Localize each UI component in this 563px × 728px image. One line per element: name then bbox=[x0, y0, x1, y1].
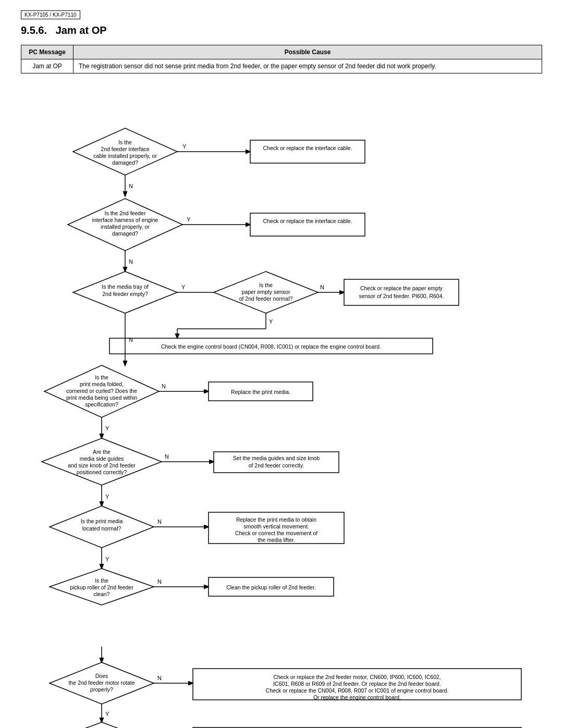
svg-text:Check or replace the 2nd feede: Check or replace the 2nd feeder motor, C… bbox=[273, 674, 441, 680]
svg-text:of 2nd feeder correctly.: of 2nd feeder correctly. bbox=[249, 462, 304, 468]
svg-text:Is the: Is the bbox=[118, 139, 132, 145]
col-pc-message: PC Message bbox=[21, 45, 74, 59]
svg-text:sensor of 2nd feeder. PI600, R: sensor of 2nd feeder. PI600, R604. bbox=[359, 293, 444, 299]
table-row: Jam at OP The registration sensor did no… bbox=[21, 59, 542, 73]
svg-text:pickup roller of 2nd feeder: pickup roller of 2nd feeder bbox=[70, 584, 133, 590]
svg-text:Clean the pickup roller of 2nd: Clean the pickup roller of 2nd feeder. bbox=[226, 584, 316, 590]
svg-text:Is the 2nd feeder: Is the 2nd feeder bbox=[105, 210, 146, 216]
model-badge: KX-P7105 / KX-P7110 bbox=[21, 10, 80, 19]
svg-text:specification?: specification? bbox=[85, 401, 118, 408]
svg-text:N: N bbox=[129, 183, 133, 189]
svg-text:located normal?: located normal? bbox=[82, 525, 121, 532]
svg-text:print media being used within: print media being used within bbox=[66, 394, 137, 401]
svg-text:damaged?: damaged? bbox=[112, 230, 138, 237]
svg-text:print meda folded,: print meda folded, bbox=[80, 381, 124, 387]
svg-text:N: N bbox=[157, 578, 162, 585]
svg-text:clean?: clean? bbox=[94, 591, 110, 597]
svg-text:properly?: properly? bbox=[90, 686, 113, 693]
svg-text:cornered or curled? Does the: cornered or curled? Does the bbox=[66, 388, 137, 394]
svg-text:Is the print media: Is the print media bbox=[81, 518, 123, 524]
svg-text:paper empty sensor: paper empty sensor bbox=[242, 289, 290, 295]
cell-pc-message: Jam at OP bbox=[21, 59, 74, 73]
svg-text:N: N bbox=[157, 519, 162, 525]
svg-text:of 2nd feeder normal?: of 2nd feeder normal? bbox=[239, 295, 293, 302]
svg-text:media side guides: media side guides bbox=[80, 455, 124, 462]
svg-text:Check or replace the paper emp: Check or replace the paper empty bbox=[360, 285, 443, 291]
svg-text:the media lifter.: the media lifter. bbox=[258, 537, 295, 543]
svg-text:smooth vertical movement.: smooth vertical movement. bbox=[243, 523, 309, 529]
cell-possible-cause: The registration sensor did not sense pr… bbox=[74, 59, 542, 73]
svg-text:Check or replace the CN004, R0: Check or replace the CN004, R008, R007 o… bbox=[266, 687, 449, 694]
flowchart-svg: Is the 2nd feeder interface cable instal… bbox=[21, 84, 542, 647]
svg-text:Are the: Are the bbox=[93, 449, 111, 455]
svg-text:Is the: Is the bbox=[259, 282, 273, 288]
svg-text:N: N bbox=[129, 258, 133, 265]
svg-rect-7 bbox=[250, 140, 365, 163]
flowchart-lower: Does the 2nd feeder motor rotate properl… bbox=[21, 647, 542, 728]
svg-rect-33 bbox=[344, 279, 459, 305]
svg-text:N: N bbox=[320, 284, 324, 290]
svg-text:Check the engine control board: Check the engine control board (CN004, R… bbox=[161, 343, 381, 350]
svg-text:Does: Does bbox=[95, 673, 108, 679]
svg-text:2nd feeder interface: 2nd feeder interface bbox=[101, 146, 150, 152]
svg-text:Y: Y bbox=[269, 318, 273, 325]
svg-text:Set the media guides and size : Set the media guides and size knob bbox=[233, 455, 320, 461]
svg-text:the 2nd feeder motor rotate: the 2nd feeder motor rotate bbox=[68, 680, 134, 686]
svg-text:Is the: Is the bbox=[95, 577, 108, 584]
svg-text:damaged?: damaged? bbox=[112, 159, 138, 166]
section-title: 9.5.6. Jam at OP bbox=[21, 24, 542, 36]
svg-rect-18 bbox=[250, 213, 365, 236]
col-possible-cause: Possible Cause bbox=[74, 45, 542, 59]
svg-text:positioned correctly?: positioned correctly? bbox=[77, 469, 127, 475]
svg-text:cable installed properly, or: cable installed properly, or bbox=[93, 153, 157, 159]
svg-text:N: N bbox=[157, 675, 162, 681]
svg-text:Replace the print media to obt: Replace the print media to obtain bbox=[236, 516, 316, 523]
svg-text:Is the media tray of: Is the media tray of bbox=[102, 283, 148, 290]
svg-text:IC601, R608 or R609 of 2nd fee: IC601, R608 or R609 of 2nd feeder. Or re… bbox=[273, 681, 441, 687]
svg-text:Y: Y bbox=[105, 493, 109, 500]
svg-text:Y: Y bbox=[187, 216, 191, 223]
svg-text:Y: Y bbox=[182, 143, 187, 150]
svg-text:2nd feeder empty?: 2nd feeder empty? bbox=[102, 291, 148, 297]
svg-text:and size knob of 2nd feeder: and size knob of 2nd feeder bbox=[68, 462, 136, 468]
svg-marker-102 bbox=[44, 722, 159, 728]
svg-text:Or replace the engine control : Or replace the engine control board. bbox=[313, 694, 401, 700]
svg-text:Y: Y bbox=[181, 284, 186, 290]
flowchart: Is the 2nd feeder interface cable instal… bbox=[21, 84, 542, 647]
svg-text:N: N bbox=[129, 337, 133, 343]
info-table: PC Message Possible Cause Jam at OP The … bbox=[21, 45, 542, 73]
svg-text:installed properly, or: installed properly, or bbox=[101, 224, 150, 230]
svg-text:Is the: Is the bbox=[95, 374, 108, 380]
svg-text:Replace the print media.: Replace the print media. bbox=[231, 389, 290, 395]
svg-marker-56 bbox=[42, 438, 162, 485]
flowchart-svg-lower: Does the 2nd feeder motor rotate properl… bbox=[21, 647, 542, 728]
svg-text:Y: Y bbox=[105, 425, 109, 431]
svg-text:Check or replace the interface: Check or replace the interface cable. bbox=[263, 218, 352, 224]
svg-text:Y: Y bbox=[105, 556, 109, 562]
svg-text:N: N bbox=[165, 453, 169, 460]
svg-text:interface harness of engine: interface harness of engine bbox=[92, 217, 158, 223]
svg-text:N: N bbox=[162, 383, 166, 389]
svg-text:Check or correct the movement : Check or correct the movement of bbox=[235, 530, 317, 536]
svg-text:Y: Y bbox=[105, 711, 109, 717]
svg-text:Check or replace the interface: Check or replace the interface cable. bbox=[263, 145, 352, 151]
